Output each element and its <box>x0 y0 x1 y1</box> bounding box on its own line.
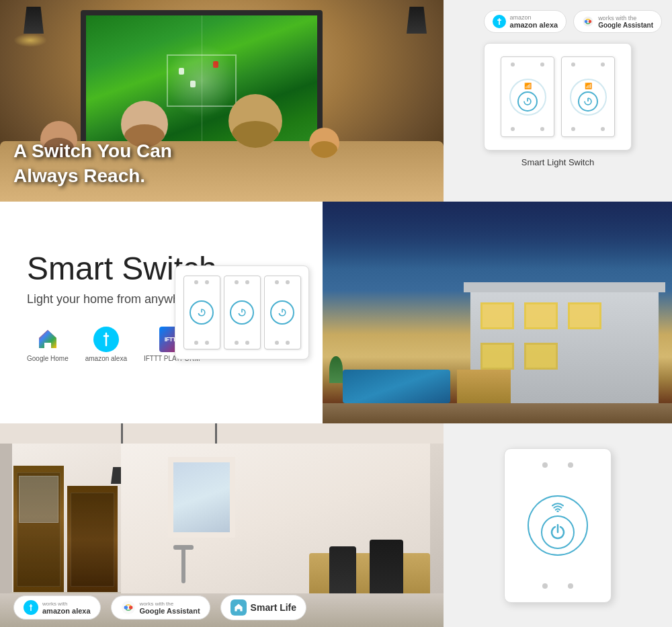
platform-label-gh: Google Home <box>27 355 69 362</box>
switch-3g-gang1 <box>183 276 220 349</box>
switch-3g-gang3 <box>264 276 301 349</box>
indicator <box>542 583 548 589</box>
faucet-stem <box>181 546 185 583</box>
indicator <box>571 62 575 67</box>
platform-google-home: Google Home <box>27 327 69 362</box>
google-assistant-compat-badge: works with the Google Assistant <box>111 595 210 620</box>
svg-point-2 <box>585 20 588 24</box>
switch-1g-indicators-bottom <box>542 583 573 589</box>
power-button-1g <box>541 515 575 549</box>
bottom-compat-badges: works with amazon alexa works with the <box>13 595 306 620</box>
section-middle: Smart Switch Light your home from anywhe… <box>0 202 672 423</box>
lamp-right <box>403 7 430 60</box>
indicator <box>540 62 544 67</box>
alexa-compat-badge: works with amazon alexa <box>13 595 101 620</box>
hero-tagline: A Switch You Can Always Reach. <box>13 139 172 188</box>
works-with-text: works with the <box>140 601 200 607</box>
tagline-line1: A Switch You Can <box>13 139 172 163</box>
platform-label-alexa: amazon alexa <box>85 355 127 362</box>
indicator <box>601 62 605 67</box>
platform-alexa: amazon alexa <box>85 327 127 362</box>
alexa-badge-top: amazon amazon alexa <box>484 10 567 33</box>
smart-life-icon <box>230 599 247 616</box>
switch-1g-main-button <box>528 495 588 556</box>
alexa-small-icon <box>24 600 38 615</box>
switch-gang-1: 📶 <box>501 56 554 137</box>
kitchen-image: works with amazon alexa works with the <box>0 423 444 627</box>
product-panel-bottom <box>444 423 672 627</box>
power-icon <box>517 91 538 112</box>
person4-head <box>309 128 339 158</box>
ga-badge-text: works with the Google Assistant <box>140 601 200 615</box>
wifi-icon: 📶 <box>524 83 532 89</box>
svg-rect-8 <box>44 343 51 348</box>
smart-life-badge: Smart Life <box>220 595 306 620</box>
wifi-icon-1g <box>551 501 564 512</box>
ga-badge-text: works with the Google Assistant <box>598 15 653 29</box>
svg-point-17 <box>128 605 132 610</box>
house-structure <box>323 289 672 423</box>
switch-3gang-product <box>175 265 309 360</box>
switch-3gang-overlay <box>175 265 309 360</box>
section-top: A Switch You Can Always Reach. <box>0 0 672 202</box>
svg-point-3 <box>589 20 592 24</box>
svg-point-16 <box>124 605 128 610</box>
cabinet-tall-1 <box>13 466 64 593</box>
switch-3g-gang2 <box>224 276 261 349</box>
alexa-icon <box>493 15 506 28</box>
indicator <box>601 127 605 131</box>
svg-point-15 <box>121 601 134 614</box>
left-wall <box>0 444 12 593</box>
google-assistant-badge-top: works with the Google Assistant <box>573 10 662 33</box>
house-image <box>323 202 672 423</box>
switch-button-1: 📶 <box>509 79 546 116</box>
product-panel-top: amazon amazon alexa works with the <box>444 0 672 202</box>
tv <box>81 10 323 151</box>
switch-1g-indicators-top <box>542 462 573 468</box>
svg-point-18 <box>556 511 558 512</box>
kitchen-window <box>168 457 235 538</box>
indicator <box>511 127 515 131</box>
ceiling <box>0 423 444 444</box>
indicator <box>540 127 544 131</box>
switch-1gang-product <box>504 448 612 603</box>
indicator <box>568 583 573 589</box>
product-label-top: Smart Light Switch <box>521 157 594 167</box>
person3-head <box>228 94 282 148</box>
hero-image: A Switch You Can Always Reach. <box>0 0 444 202</box>
alexa-circle-icon <box>93 327 119 352</box>
indicator <box>568 462 573 468</box>
google-assistant-icon <box>582 15 594 28</box>
switch-button-2: 📶 <box>570 79 607 116</box>
switch-2gang-product: 📶 <box>484 43 632 151</box>
google-home-icon <box>35 327 60 352</box>
indicator <box>511 62 515 67</box>
wifi-icon: 📶 <box>585 83 592 89</box>
power-icon <box>578 91 598 112</box>
power-btn <box>270 300 294 325</box>
ga-small-icon <box>121 600 136 615</box>
tagline-line2: Always Reach. <box>13 164 172 188</box>
compatibility-badges-top: amazon amazon alexa works with the <box>484 10 662 33</box>
alexa-badge-text: amazon amazon alexa <box>510 14 558 29</box>
alexa-label: amazon alexa <box>510 21 558 29</box>
smart-life-label: Smart Life <box>251 602 296 613</box>
lamp-left <box>20 7 47 60</box>
faucet-head <box>173 545 194 550</box>
switch-gang-2: 📶 <box>561 56 615 137</box>
page-wrapper: A Switch You Can Always Reach. <box>0 0 672 627</box>
info-panel: Smart Switch Light your home from anywhe… <box>0 202 323 423</box>
power-btn <box>190 300 214 325</box>
indicator <box>542 462 548 468</box>
section-bottom: works with amazon alexa works with the <box>0 423 672 627</box>
cabinet-tall-2 <box>67 486 118 593</box>
indicator <box>571 127 575 131</box>
power-btn <box>230 300 254 325</box>
alexa-badge-text: works with amazon alexa <box>42 601 91 615</box>
